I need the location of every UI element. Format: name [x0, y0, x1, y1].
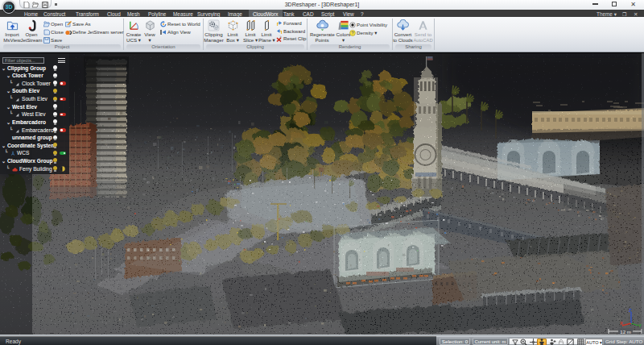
svg-text:Y: Y	[638, 323, 642, 328]
svg-text:Z: Z	[629, 308, 632, 313]
svg-text:X: X	[620, 321, 623, 326]
svg-text:?: ?	[351, 31, 353, 35]
